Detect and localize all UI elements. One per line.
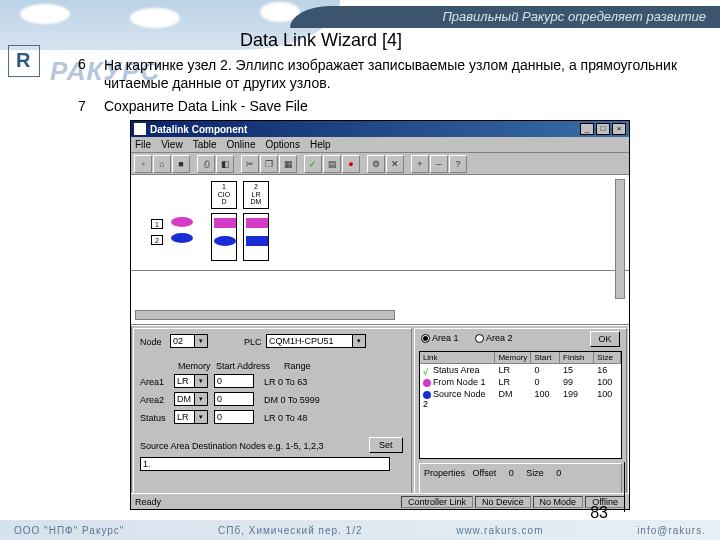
v-scrollbar[interactable] [615, 179, 625, 299]
src-label: Source Area Destination Nodes e.g. 1-5, … [140, 441, 340, 451]
menu-file[interactable]: File [135, 139, 151, 150]
area2-addr[interactable]: 0 [214, 392, 254, 406]
rect-blue-2 [246, 236, 268, 246]
tb-print-icon[interactable]: ⎙ [197, 155, 215, 173]
minimize-button[interactable]: _ [580, 123, 594, 135]
menu-online[interactable]: Online [227, 139, 256, 150]
status-device: No Device [475, 496, 531, 508]
ellipse-blue-1 [214, 236, 236, 246]
rect-pink-2 [246, 218, 268, 228]
datalink-window: Datalink Component _ □ × File View Table… [130, 120, 630, 510]
th-mem[interactable]: Memory [495, 352, 531, 363]
footer: ООО "НПФ" Ракурс" СПб, Химический пер. 1… [0, 520, 720, 540]
rakurs-logo [8, 45, 40, 77]
ok-button[interactable]: OK [590, 331, 620, 347]
status-addr[interactable]: 0 [214, 410, 254, 424]
h-scrollbar[interactable] [135, 310, 395, 320]
tb-paste-icon[interactable]: ▦ [279, 155, 297, 173]
tb-check-icon[interactable]: ✓ [304, 155, 322, 173]
tb-zoomout-icon[interactable]: – [430, 155, 448, 173]
table-row[interactable]: √Status Area LR 0 15 16 [420, 364, 621, 376]
node-combo[interactable]: 02 [170, 334, 208, 348]
area2-range: DM 0 To 5999 [264, 395, 320, 405]
th-finish[interactable]: Finish [560, 352, 594, 363]
area1-label: Area1 [140, 377, 164, 387]
app-icon [134, 123, 146, 135]
tb-new-icon[interactable]: ▫ [134, 155, 152, 173]
window-title: Datalink Component [150, 124, 578, 135]
node-2-l1: LR [244, 191, 268, 199]
area2-mem[interactable]: DM [174, 392, 208, 406]
rect-pink-1 [214, 218, 236, 228]
tb-stop-icon[interactable]: ● [342, 155, 360, 173]
node-1[interactable]: 1 CIO D [211, 181, 237, 209]
menu-help[interactable]: Help [310, 139, 331, 150]
tb-help-icon[interactable]: ? [449, 155, 467, 173]
toolbar: ▫ ⌂ ■ ⎙ ◧ ✂ ❐ ▦ ✓ ▤ ● ⚙ ✕ + – ? [131, 153, 629, 175]
table-row[interactable]: From Node 1 LR 0 99 100 [420, 376, 621, 388]
plc-combo[interactable]: CQM1H-CPU51 [266, 334, 366, 348]
th-link[interactable]: Link [420, 352, 496, 363]
link-table[interactable]: Link Memory Start Finish Size √Status Ar… [419, 351, 622, 459]
size-label: Size [526, 468, 544, 478]
offset-val: 0 [509, 468, 514, 478]
size-val: 0 [556, 468, 561, 478]
diagram-canvas[interactable]: 1 CIO D 2 LR DM 1 2 [131, 175, 629, 325]
footer-addr: СПб, Химический пер. 1/2 [218, 525, 363, 536]
area1-addr[interactable]: 0 [214, 374, 254, 388]
tb-zoomin-icon[interactable]: + [411, 155, 429, 173]
footer-company: ООО "НПФ" Ракурс" [14, 525, 124, 536]
row-label-2: 2 [151, 235, 163, 245]
node-label: Node [140, 337, 162, 347]
banner-slogan: Правильный Ракурс определяет развитие [290, 6, 720, 28]
tb-preview-icon[interactable]: ◧ [216, 155, 234, 173]
offset-label: Offset [472, 468, 496, 478]
menubar: File View Table Online Options Help [131, 137, 629, 153]
legend-blue [171, 233, 193, 243]
status-mem[interactable]: LR [174, 410, 208, 424]
titlebar: Datalink Component _ □ × [131, 121, 629, 137]
node-2-id: 2 [244, 183, 268, 191]
plc-label: PLC [244, 337, 262, 347]
group-1[interactable] [211, 213, 237, 261]
item-text-7: Сохраните Data Link - Save File [104, 98, 684, 114]
area2-radio[interactable]: Area 2 [475, 333, 513, 343]
area1-range: LR 0 To 63 [264, 377, 307, 387]
node-2[interactable]: 2 LR DM [243, 181, 269, 209]
tb-cfg-icon[interactable]: ⚙ [367, 155, 385, 173]
table-row[interactable]: Source Node 2 DM 100 199 100 [420, 388, 621, 410]
node-1-l1: CIO [212, 191, 236, 199]
status-ready: Ready [135, 497, 399, 507]
area1-mem[interactable]: LR [174, 374, 208, 388]
node-1-l2: D [212, 198, 236, 206]
item-number-7: 7 [78, 98, 86, 114]
status-label: Status [140, 413, 166, 423]
maximize-button[interactable]: □ [596, 123, 610, 135]
th-size[interactable]: Size [594, 352, 621, 363]
node-2-l2: DM [244, 198, 268, 206]
col-memory: Memory [178, 361, 211, 371]
set-button[interactable]: Set [369, 437, 403, 453]
tb-save-icon[interactable]: ■ [172, 155, 190, 173]
menu-table[interactable]: Table [193, 139, 217, 150]
tb-copy-icon[interactable]: ❐ [260, 155, 278, 173]
src-input[interactable]: 1. [140, 457, 390, 471]
status-controller: Controller Link [401, 496, 473, 508]
col-start: Start Address [216, 361, 270, 371]
tb-cut-icon[interactable]: ✂ [241, 155, 259, 173]
th-start[interactable]: Start [531, 352, 560, 363]
legend-pink [171, 217, 193, 227]
tb-open-icon[interactable]: ⌂ [153, 155, 171, 173]
close-button[interactable]: × [612, 123, 626, 135]
tb-link-icon[interactable]: ✕ [386, 155, 404, 173]
tb-grid-icon[interactable]: ▤ [323, 155, 341, 173]
statusbar: Ready Controller Link No Device No Mode … [131, 493, 629, 509]
status-mode: No Mode [533, 496, 584, 508]
group-2[interactable] [243, 213, 269, 261]
footer-url: www.rakurs.com [456, 525, 543, 536]
menu-view[interactable]: View [161, 139, 183, 150]
area1-radio[interactable]: Area 1 [421, 333, 459, 343]
footer-email: info@rakurs. [637, 525, 706, 536]
menu-options[interactable]: Options [265, 139, 299, 150]
page-title: Data Link Wizard [4] [240, 30, 402, 51]
